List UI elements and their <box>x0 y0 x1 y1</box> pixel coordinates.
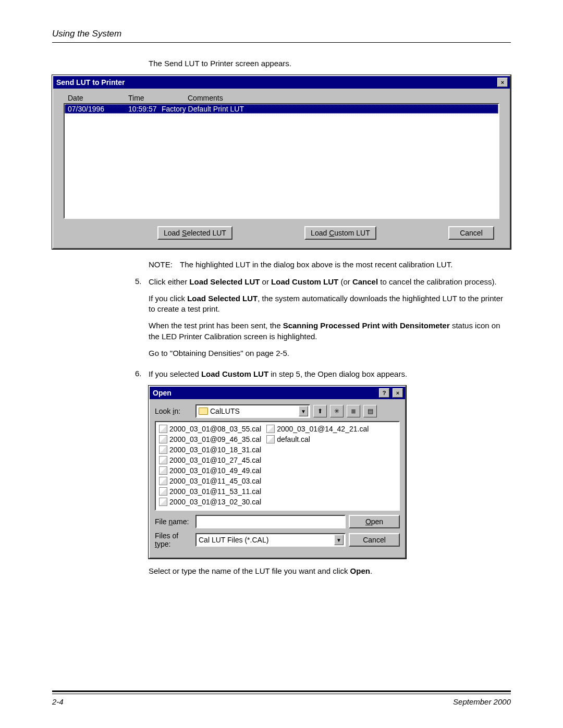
open-dialog: Open ? × Look in: <box>149 386 406 559</box>
cell-comments: Factory Default Print LUT <box>162 105 496 113</box>
step5-p1: Click either Load Selected LUT or Load C… <box>149 277 511 287</box>
lookin-value: CalLUTS <box>210 407 240 415</box>
file-name: 2000_03_01@08_03_55.cal <box>169 425 261 433</box>
list-headers: Date Time Comments <box>64 92 499 103</box>
file-icon <box>159 477 167 485</box>
file-name: 2000_03_01@13_02_30.cal <box>169 498 261 506</box>
new-folder-icon[interactable]: ✳ <box>330 405 344 417</box>
file-list[interactable]: 2000_03_01@08_03_55.cal2000_03_01@09_46_… <box>155 421 400 511</box>
filetype-value: Cal LUT Files (*.CAL) <box>199 536 268 544</box>
file-item[interactable]: 2000_03_01@09_46_35.cal <box>159 435 261 444</box>
file-item[interactable]: 2000_03_01@08_03_55.cal <box>159 424 261 434</box>
dialog-title: Open <box>153 389 172 397</box>
folder-icon <box>199 408 208 415</box>
open-button[interactable]: Open <box>349 515 400 528</box>
file-name: default.cal <box>277 435 310 443</box>
dialog-titlebar: Open ? × <box>150 387 405 399</box>
step-number: 5. <box>135 277 149 365</box>
step-number: 6. <box>135 369 149 583</box>
chevron-down-icon[interactable]: ▼ <box>334 535 344 545</box>
note: NOTE: The highlighted LUT in the dialog … <box>149 260 511 270</box>
dialog-titlebar: Send LUT to Printer × <box>53 76 510 89</box>
file-item[interactable]: 2000_03_01@10_27_45.cal <box>159 455 261 465</box>
file-icon <box>159 435 167 443</box>
file-icon <box>266 425 275 433</box>
footer-rule <box>52 690 511 692</box>
file-item[interactable]: 2000_03_01@11_45_03.cal <box>159 476 261 486</box>
lookin-dropdown[interactable]: CalLUTS ▼ <box>195 404 310 418</box>
file-icon <box>159 425 167 433</box>
note-label: NOTE: <box>149 260 180 270</box>
list-view-icon[interactable]: ≣ <box>347 405 360 417</box>
send-lut-dialog: Send LUT to Printer × Date Time Comments… <box>52 75 511 249</box>
file-name: 2000_03_01@09_46_35.cal <box>169 435 261 443</box>
file-icon <box>159 466 167 475</box>
load-selected-button[interactable]: Load Selected LUT <box>157 226 232 240</box>
file-item[interactable]: default.cal <box>266 435 369 444</box>
file-name: 2000_03_01@10_49_49.cal <box>169 466 261 475</box>
page-header: Using the System <box>52 29 511 39</box>
file-name: 2000_03_01@11_53_11.cal <box>169 487 261 496</box>
filename-label: File name: <box>155 517 192 526</box>
footer-rule <box>52 694 511 694</box>
cell-time: 10:59:57 <box>128 105 162 113</box>
file-item[interactable]: 2000_03_01@11_53_11.cal <box>159 487 261 496</box>
file-icon <box>159 487 167 496</box>
page-number: 2-4 <box>52 697 64 706</box>
file-item[interactable]: 2000_03_01@13_02_30.cal <box>159 497 261 507</box>
close-icon[interactable]: × <box>497 78 508 87</box>
file-name: 2000_03_01@11_45_03.cal <box>169 477 261 485</box>
file-name: 2000_03_01@14_42_21.cal <box>277 425 369 433</box>
close-icon[interactable]: × <box>393 388 403 398</box>
file-name: 2000_03_01@10_27_45.cal <box>169 456 261 464</box>
file-item[interactable]: 2000_03_01@10_18_31.cal <box>159 445 261 454</box>
step5-p3: When the test print has been sent, the S… <box>149 320 511 342</box>
cell-date: 07/30/1996 <box>67 105 128 113</box>
col-comments: Comments <box>188 94 499 102</box>
lut-listbox[interactable]: 07/30/1996 10:59:57 Factory Default Prin… <box>64 103 499 219</box>
file-icon <box>159 446 167 454</box>
col-date: Date <box>67 94 128 102</box>
file-icon <box>159 498 167 506</box>
filename-input[interactable] <box>195 515 346 528</box>
help-icon[interactable]: ? <box>379 388 389 398</box>
note-text: The highlighted LUT in the dialog box ab… <box>180 260 452 270</box>
dialog-title: Send LUT to Printer <box>56 78 125 87</box>
footer-date: September 2000 <box>453 697 511 706</box>
step5-p2: If you click Load Selected LUT, the syst… <box>149 293 511 315</box>
header-rule <box>52 42 511 43</box>
after-open-text: Select or type the name of the LUT file … <box>149 566 511 576</box>
cancel-button[interactable]: Cancel <box>349 533 400 547</box>
file-icon <box>266 435 275 443</box>
cancel-button[interactable]: Cancel <box>448 226 494 240</box>
step5-p4: Go to "Obtaining Densities" on page 2-5. <box>149 348 511 359</box>
file-icon <box>159 456 167 464</box>
filetype-dropdown[interactable]: Cal LUT Files (*.CAL) ▼ <box>195 533 346 547</box>
chevron-down-icon[interactable]: ▼ <box>299 406 308 416</box>
file-item[interactable]: 2000_03_01@10_49_49.cal <box>159 466 261 475</box>
up-folder-icon[interactable]: ⬆ <box>313 405 327 417</box>
list-item[interactable]: 07/30/1996 10:59:57 Factory Default Prin… <box>65 104 498 114</box>
filetype-label: Files of type: <box>155 532 192 548</box>
intro-text: The Send LUT to Printer screen appears. <box>149 58 511 69</box>
lookin-label: Look in: <box>155 407 192 415</box>
details-view-icon[interactable]: ▤ <box>363 405 377 417</box>
load-custom-button[interactable]: Load Custom LUT <box>304 226 376 240</box>
file-name: 2000_03_01@10_18_31.cal <box>169 446 261 454</box>
file-item[interactable]: 2000_03_01@14_42_21.cal <box>266 424 369 434</box>
col-time: Time <box>128 94 162 102</box>
step6-p1: If you selected Load Custom LUT in step … <box>149 369 511 379</box>
